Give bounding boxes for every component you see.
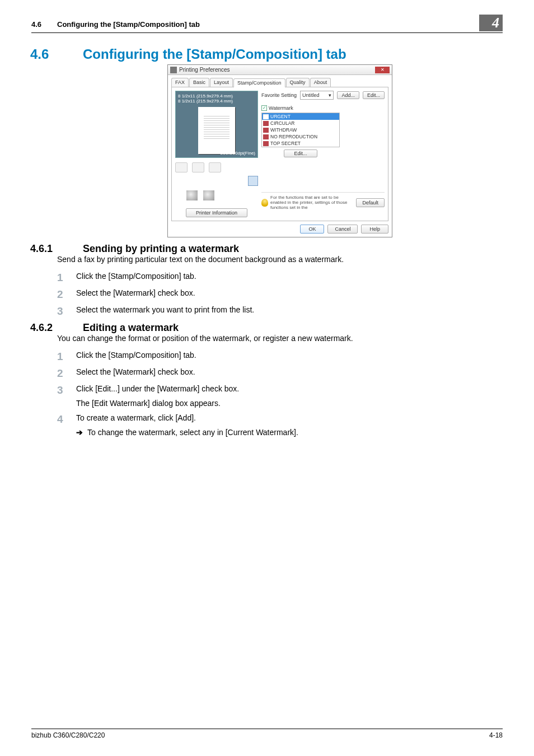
lightbulb-icon: [261, 199, 268, 207]
tab-strip: FAX Basic Layout Stamp/Composition Quali…: [171, 77, 388, 87]
stamp-icon: [263, 128, 269, 133]
step-4: 4 To create a watermark, click [Add]. ➔ …: [57, 413, 503, 437]
list-item-label: WITHDRAW: [270, 127, 297, 133]
content: 4.6 Configuring the [Stamp/Composition] …: [57, 46, 503, 437]
watermark-checkbox-row: ✓ Watermark: [261, 105, 385, 111]
cancel-button[interactable]: Cancel: [327, 225, 358, 234]
watermark-checkbox[interactable]: ✓: [261, 105, 267, 111]
pages-icon[interactable]: [175, 162, 188, 172]
clock-icon[interactable]: [192, 162, 204, 172]
doc-icon[interactable]: [209, 162, 221, 172]
printing-preferences-dialog: Printing Preferences ✕ FAX Basic Layout …: [167, 64, 392, 237]
stamp-icon: [263, 114, 269, 119]
favorite-setting-value: Untitled: [302, 92, 320, 98]
step-body: Click [Edit...] under the [Watermark] ch…: [76, 384, 503, 408]
stamp-icon: [263, 121, 269, 126]
step-subtext: The [Edit Watermark] dialog box appears.: [76, 399, 503, 408]
ok-button[interactable]: OK: [300, 225, 324, 234]
tab-about[interactable]: About: [310, 78, 331, 87]
step-sub-arrow: ➔ To change the watermark, select any in…: [76, 428, 503, 437]
close-icon[interactable]: ✕: [375, 67, 390, 73]
tab-layout[interactable]: Layout: [210, 78, 233, 87]
stamp-icon: [263, 134, 269, 139]
step-3: 3 Select the watermark you want to print…: [57, 305, 503, 316]
favorite-setting-dropdown[interactable]: Untitled▾: [300, 91, 334, 100]
page: 4.6 Configuring the [Stamp/Composition] …: [0, 0, 534, 756]
list-item[interactable]: NO REPRODUCTION: [262, 133, 339, 140]
tab-stamp-composition[interactable]: Stamp/Composition: [233, 78, 285, 87]
step-body: To create a watermark, click [Add]. ➔ To…: [76, 413, 503, 437]
list-item-label: TOP SECRET: [270, 141, 301, 146]
favorite-edit-button[interactable]: Edit...: [363, 91, 385, 99]
watermark-edit-button[interactable]: Edit...: [284, 150, 317, 157]
list-item[interactable]: WITHDRAW: [262, 127, 339, 133]
step-number: 3: [57, 384, 76, 395]
page-header: 4.6 Configuring the [Stamp/Composition] …: [31, 17, 503, 33]
stamp-icon: [263, 141, 269, 146]
list-item-label: CIRCULAR: [270, 120, 294, 126]
list-item-label: URGENT: [270, 114, 291, 119]
step-subtext: To change the watermark, select any in […: [87, 428, 298, 437]
printer-icon[interactable]: [186, 190, 198, 200]
step-1: 1 Click the [Stamp/Composition] tab.: [57, 272, 503, 283]
step-number: 2: [57, 288, 76, 300]
intro-text: You can change the format or position of…: [57, 334, 503, 343]
step-3: 3 Click [Edit...] under the [Watermark] …: [57, 384, 503, 408]
heading-4-6: 4.6 Configuring the [Stamp/Composition] …: [57, 46, 503, 62]
preview-resolution: 200x200dpi(Fine): [221, 151, 255, 156]
step-number: 1: [57, 272, 76, 283]
step-body: Click the [Stamp/Composition] tab.: [76, 272, 503, 281]
watermark-label: Watermark: [269, 105, 293, 111]
preview-panel: 8 1/2x11 (215.9x279.4 mm) 8 1/2x11 (215.…: [175, 91, 258, 217]
footer-page-number: 4-18: [489, 731, 503, 739]
list-item[interactable]: TOP SECRET: [262, 140, 339, 147]
list-item[interactable]: URGENT: [262, 113, 339, 120]
screenshot-wrapper: Printing Preferences ✕ FAX Basic Layout …: [57, 64, 503, 237]
step-text: To create a watermark, click [Add].: [76, 413, 196, 422]
step-number: 1: [57, 351, 76, 362]
preview-size-bottom: 8 1/2x11 (215.9x279.4 mm): [178, 99, 255, 104]
tab-fax[interactable]: FAX: [171, 78, 189, 87]
preview-size-top: 8 1/2x11 (215.9x279.4 mm): [178, 94, 255, 99]
step-2: 2 Select the [Watermark] check box.: [57, 288, 503, 300]
chapter-badge: 4: [479, 15, 503, 31]
favorite-setting-label: Favorite Setting: [261, 92, 297, 98]
info-icon[interactable]: [248, 176, 258, 186]
heading-number: 4.6.1: [30, 243, 83, 255]
intro-text: Send a fax by printing particular text o…: [57, 255, 503, 264]
list-item-label: NO REPRODUCTION: [270, 134, 317, 139]
settings-panel: Favorite Setting Untitled▾ Add... Edit..…: [261, 91, 385, 217]
step-1: 1 Click the [Stamp/Composition] tab.: [57, 351, 503, 362]
heading-title: Sending by printing a watermark: [83, 243, 239, 255]
preview-page-icon: [198, 107, 235, 154]
printer-information-button[interactable]: Printer Information: [186, 208, 247, 217]
heading-title: Editing a watermark: [83, 322, 179, 334]
list-item[interactable]: CIRCULAR: [262, 120, 339, 127]
window-title: Printing Preferences: [179, 67, 375, 73]
window-icon: [170, 67, 177, 73]
default-button[interactable]: Default: [356, 198, 385, 207]
heading-4-6-1: 4.6.1 Sending by printing a watermark: [57, 243, 503, 255]
step-body: Select the [Watermark] check box.: [76, 288, 503, 297]
tab-quality[interactable]: Quality: [286, 78, 310, 87]
help-button[interactable]: Help: [361, 225, 388, 234]
steps-4-6-1: 1 Click the [Stamp/Composition] tab. 2 S…: [57, 272, 503, 316]
footer-model: bizhub C360/C280/C220: [31, 731, 105, 739]
arrow-icon: ➔: [76, 428, 83, 437]
preview-toolbar-3: [175, 190, 258, 200]
step-text: Click [Edit...] under the [Watermark] ch…: [76, 384, 239, 393]
step-body: Click the [Stamp/Composition] tab.: [76, 351, 503, 360]
header-section-number: 4.6: [31, 20, 57, 29]
heading-4-6-2: 4.6.2 Editing a watermark: [57, 322, 503, 334]
steps-4-6-2: 1 Click the [Stamp/Composition] tab. 2 S…: [57, 351, 503, 437]
dialog-body: FAX Basic Layout Stamp/Composition Quali…: [168, 75, 392, 237]
watermark-list[interactable]: URGENT CIRCULAR WITHDRAW NO REPRODUCTION…: [261, 113, 340, 147]
preview-toolbar-2: [175, 176, 258, 186]
tab-basic[interactable]: Basic: [189, 78, 209, 87]
globe-icon[interactable]: [203, 190, 214, 200]
favorite-add-button[interactable]: Add...: [337, 91, 359, 99]
favorite-setting-row: Favorite Setting Untitled▾ Add... Edit..…: [261, 91, 385, 100]
page-footer: bizhub C360/C280/C220 4-18: [31, 729, 503, 739]
step-2: 2 Select the [Watermark] check box.: [57, 367, 503, 379]
heading-number: 4.6.2: [30, 322, 83, 334]
